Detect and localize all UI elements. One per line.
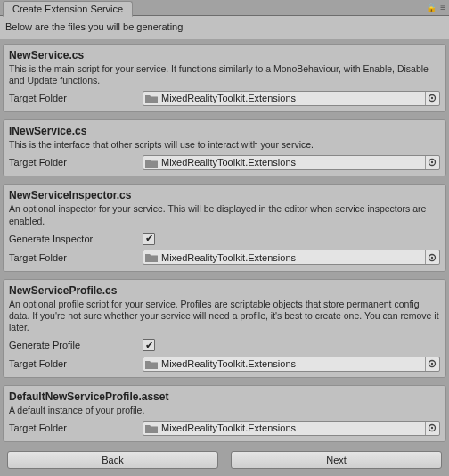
footer: Back Next	[0, 446, 449, 476]
window-tab[interactable]: Create Extension Service	[3, 1, 133, 17]
title-bar: Create Extension Service 🔒 ≡	[0, 0, 449, 16]
window-tab-label: Create Extension Service	[12, 4, 123, 14]
object-picker-icon[interactable]	[425, 250, 437, 264]
target-folder-field[interactable]: MixedRealityToolkit.Extensions	[143, 357, 440, 372]
generate-profile-checkbox[interactable]	[143, 339, 155, 351]
target-folder-label: Target Folder	[9, 358, 143, 369]
target-folder-field[interactable]: MixedRealityToolkit.Extensions	[143, 421, 440, 436]
object-picker-icon[interactable]	[425, 156, 437, 169]
target-folder-value: MixedRealityToolkit.Extensions	[161, 358, 425, 369]
target-folder-value: MixedRealityToolkit.Extensions	[161, 252, 425, 263]
folder-icon	[145, 158, 158, 168]
object-picker-icon[interactable]	[425, 357, 437, 371]
generate-profile-label: Generate Profile	[9, 340, 143, 350]
generate-inspector-label: Generate Inspector	[9, 234, 143, 244]
target-folder-label: Target Folder	[9, 423, 143, 433]
next-button-label: Next	[326, 455, 347, 465]
target-folder-row: Target Folder MixedRealityToolkit.Extens…	[9, 154, 440, 170]
svg-point-7	[430, 363, 432, 365]
target-folder-row: Target Folder MixedRealityToolkit.Extens…	[9, 420, 440, 436]
window-controls: 🔒 ≡	[426, 3, 449, 12]
folder-icon	[145, 94, 158, 103]
target-folder-row: Target Folder MixedRealityToolkit.Extens…	[9, 250, 440, 266]
section-newserviceinspector: NewServiceInspector.cs An optional inspe…	[3, 184, 446, 271]
target-folder-field[interactable]: MixedRealityToolkit.Extensions	[143, 250, 440, 265]
folder-icon	[145, 359, 158, 369]
target-folder-row: Target Folder MixedRealityToolkit.Extens…	[9, 356, 440, 372]
folder-icon	[145, 252, 158, 262]
target-folder-field[interactable]: MixedRealityToolkit.Extensions	[143, 155, 440, 170]
svg-point-9	[430, 427, 432, 429]
target-folder-label: Target Folder	[9, 157, 143, 168]
section-title: NewServiceProfile.cs	[9, 284, 440, 297]
section-desc: An optional inspector for your service. …	[9, 203, 440, 226]
section-title: NewService.cs	[9, 49, 440, 62]
target-folder-label: Target Folder	[9, 93, 143, 103]
target-folder-value: MixedRealityToolkit.Extensions	[161, 157, 425, 168]
menu-icon[interactable]: ≡	[440, 3, 445, 12]
back-button-label: Back	[102, 455, 123, 465]
section-desc: A default instance of your profile.	[9, 405, 440, 416]
target-folder-value: MixedRealityToolkit.Extensions	[161, 93, 425, 103]
section-newserviceprofile: NewServiceProfile.cs An optional profile…	[3, 279, 446, 378]
content-area: NewService.cs This is the main script fo…	[0, 39, 449, 446]
generate-inspector-checkbox[interactable]	[143, 233, 155, 245]
section-title: DefaultNewServiceProfile.asset	[9, 390, 440, 403]
section-title: INewService.cs	[9, 125, 440, 137]
target-folder-value: MixedRealityToolkit.Extensions	[161, 423, 425, 433]
object-picker-icon[interactable]	[425, 422, 437, 435]
svg-point-3	[430, 161, 432, 163]
section-desc: An optional profile script for your serv…	[9, 299, 440, 333]
target-folder-label: Target Folder	[9, 252, 143, 263]
back-button[interactable]: Back	[7, 451, 218, 469]
create-extension-service-window: { "header": { "tab_title": "Create Exten…	[0, 0, 449, 476]
section-inewservice: INewService.cs This is the interface tha…	[3, 119, 446, 176]
svg-point-1	[430, 97, 432, 99]
object-picker-icon[interactable]	[425, 92, 437, 105]
svg-point-5	[430, 256, 432, 258]
lock-icon[interactable]: 🔒	[426, 3, 437, 12]
folder-icon	[145, 423, 158, 433]
section-desc: This is the interface that other scripts…	[9, 139, 440, 151]
target-folder-field[interactable]: MixedRealityToolkit.Extensions	[143, 91, 440, 106]
section-desc: This is the main script for your service…	[9, 63, 440, 86]
section-defaultprofileasset: DefaultNewServiceProfile.asset A default…	[3, 385, 446, 442]
section-newservice: NewService.cs This is the main script fo…	[3, 44, 446, 112]
generate-inspector-row: Generate Inspector	[9, 231, 440, 247]
intro-text: Below are the files you will be generati…	[0, 16, 449, 39]
section-title: NewServiceInspector.cs	[9, 189, 440, 201]
generate-profile-row: Generate Profile	[9, 337, 440, 353]
next-button[interactable]: Next	[231, 451, 442, 469]
target-folder-row: Target Folder MixedRealityToolkit.Extens…	[9, 90, 440, 106]
